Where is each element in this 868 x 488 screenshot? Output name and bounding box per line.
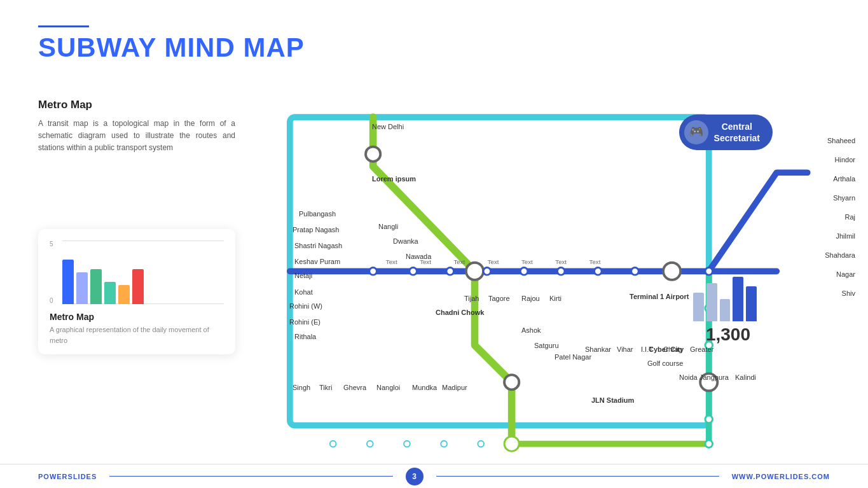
station-pulbangash: Pulbangash (299, 210, 336, 218)
station-greater: Greater (690, 345, 713, 353)
footer-page-number: 3 (406, 468, 424, 485)
svg-point-12 (631, 267, 639, 275)
station-mundka: Mundka (412, 384, 437, 391)
station-satguru: Satguru (534, 342, 559, 349)
svg-point-5 (369, 267, 377, 275)
station-noida: Noida (679, 373, 698, 381)
station-kohat: Kohat (294, 288, 313, 296)
svg-text:Text: Text (488, 258, 499, 265)
station-iit: I.I.T (641, 345, 653, 353)
svg-point-22 (404, 441, 410, 447)
station-chrag: Chrag (663, 345, 682, 353)
station-tijah: Tijah (464, 295, 479, 302)
svg-point-4 (504, 436, 519, 451)
svg-point-19 (705, 440, 713, 448)
station-rohini-w: Rohini (W) (289, 302, 322, 310)
svg-text:Text: Text (555, 258, 567, 265)
right-label-shiv: Shiv (825, 289, 855, 297)
station-new-delhi: New Delhi (372, 123, 404, 130)
left-panel: Metro Map A transit map is a topological… (38, 99, 235, 155)
station-nangloi: Nangloi (376, 384, 400, 391)
svg-point-23 (441, 441, 447, 447)
bar-5 (118, 285, 130, 304)
station-tagore: Tagore (488, 295, 510, 302)
station-shankar: Shankar (585, 345, 611, 353)
bar-2 (76, 272, 88, 304)
svg-point-24 (478, 441, 484, 447)
header: SUBWAY MIND MAP (38, 25, 305, 63)
station-tikri: Tikri (319, 384, 332, 391)
svg-point-8 (483, 267, 491, 275)
station-kalindi: Kalindi (735, 373, 756, 381)
footer: POWERSLIDES 3 WWW.POWERLIDES.COM (0, 464, 868, 488)
chart-y-0: 0 (50, 297, 53, 304)
map-area: Text Text Text Text Text Text Text New D… (254, 99, 855, 456)
right-label-nagar: Nagar (825, 270, 855, 278)
map-bar-3 (720, 299, 731, 321)
station-netaji: Netaji (294, 272, 312, 279)
chart-bars (62, 247, 144, 304)
right-label-arthala: Arthala (825, 175, 855, 183)
right-label-raj: Raj (825, 213, 855, 221)
badge-title: CentralSecretariat (714, 122, 760, 143)
station-lorem-ipsum: Lorem ipsum (372, 175, 416, 183)
station-golf-course: Golf course (647, 359, 683, 367)
station-jln-stadium: JLN Stadium (591, 396, 634, 404)
chart-y-5: 5 (50, 241, 53, 247)
chart-gridline-top (62, 241, 224, 241)
map-bar-2 (706, 283, 717, 321)
station-patel-nagar: Patel Nagar (555, 353, 591, 361)
station-keshav-puram: Keshav Puram (294, 258, 340, 265)
badge-icon: 🎮 (684, 120, 708, 144)
right-label-jhilmil: Jhilmil (825, 232, 855, 240)
page-title: SUBWAY MIND MAP (38, 32, 305, 63)
station-madipur: Madipur (442, 384, 467, 391)
svg-point-6 (410, 267, 417, 275)
svg-point-13 (663, 263, 680, 280)
bar-1 (62, 260, 74, 304)
svg-text:Text: Text (453, 258, 465, 265)
svg-text:Text: Text (386, 258, 397, 265)
svg-point-20 (330, 441, 336, 447)
station-singh: Singh (293, 384, 310, 391)
station-nangli: Nangli (378, 223, 398, 230)
station-ashok: Ashok (521, 326, 541, 334)
station-ghevra: Ghevra (343, 384, 366, 391)
bar-4 (104, 282, 116, 304)
station-pratap-nagash: Pratap Nagash (293, 226, 339, 234)
header-line (38, 25, 89, 27)
station-rithala: Rithala (294, 333, 316, 340)
chart-card-title: Metro Map (50, 312, 224, 322)
title-blue: MAP (243, 32, 304, 62)
svg-point-2 (466, 263, 483, 280)
station-chadni-chowk: Chadni Chowk (436, 309, 484, 316)
bar-3 (90, 269, 102, 304)
svg-point-11 (595, 267, 602, 275)
left-description: A transit map is a topological map in th… (38, 118, 235, 155)
svg-point-10 (557, 267, 565, 275)
svg-point-21 (367, 441, 373, 447)
station-jangpura: Jangpura (699, 373, 729, 381)
map-bar-5 (746, 286, 757, 321)
footer-brand-right: WWW.POWERLIDES.COM (732, 473, 830, 480)
svg-point-9 (520, 267, 528, 275)
bar-6 (132, 269, 144, 304)
footer-line-left (109, 476, 392, 477)
svg-text:Text: Text (589, 258, 601, 265)
map-bar-4 (733, 277, 743, 321)
footer-line-right (436, 476, 719, 477)
map-number: 1,300 (706, 324, 750, 345)
map-bar-1 (693, 293, 704, 321)
station-shastri-nagash: Shastri Nagash (294, 242, 342, 249)
svg-point-1 (366, 147, 380, 162)
chart-card: 5 0 Metro Map A graphical representation… (38, 229, 235, 354)
map-chart (693, 270, 757, 321)
chart-card-desc: A graphical representation of the daily … (50, 324, 224, 345)
chart-area: 5 0 (50, 241, 224, 304)
station-vihar: Vihar (617, 345, 633, 353)
svg-text:Text: Text (521, 258, 533, 265)
svg-point-3 (504, 375, 519, 389)
station-terminal-airport: Terminal 1 Airport (630, 293, 689, 300)
metro-map-svg: Text Text Text Text Text Text Text (254, 99, 855, 456)
right-label-shaheed: Shaheed (825, 137, 855, 144)
